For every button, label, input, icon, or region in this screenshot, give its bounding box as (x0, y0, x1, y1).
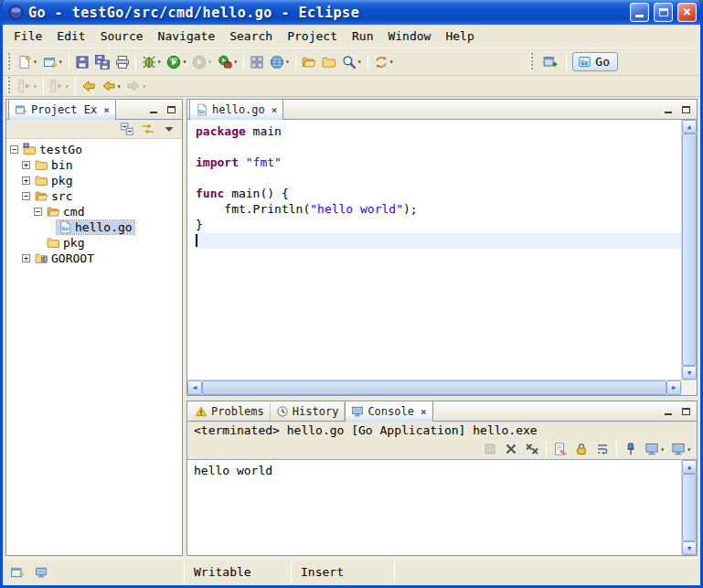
maximize-view-icon[interactable] (679, 104, 692, 115)
toolbar-drag-handle-icon[interactable] (7, 53, 10, 71)
scrollbar-thumb[interactable] (682, 134, 697, 366)
minimize-view-icon[interactable] (662, 104, 675, 115)
scroll-left-icon[interactable]: ◀ (187, 380, 202, 395)
console-trim-button[interactable] (31, 562, 51, 583)
code-line[interactable]: } (196, 218, 681, 233)
new-wizard-button[interactable]: ▾ (15, 52, 40, 72)
save-all-button[interactable] (92, 52, 112, 72)
scroll-down-icon[interactable]: ▼ (682, 541, 697, 555)
tab-hello-go[interactable]: hello.go × (189, 99, 283, 120)
save-button[interactable] (72, 52, 92, 72)
perspective-bar-handle-icon[interactable] (530, 53, 533, 71)
scroll-down-icon[interactable]: ▼ (682, 366, 697, 380)
editor-vertical-scrollbar[interactable]: ▲ ▼ (681, 120, 697, 380)
menu-run[interactable]: Run (345, 27, 380, 46)
minimize-button[interactable] (630, 3, 649, 22)
tree-item-body[interactable]: hello.go (57, 220, 134, 234)
tab-project-explorer[interactable]: Project Ex × (8, 99, 116, 120)
tree-item-src[interactable]: −src (6, 188, 182, 204)
close-button[interactable]: × (677, 3, 697, 22)
tree-item-pkg[interactable]: +pkg (6, 173, 182, 188)
word-wrap-button[interactable] (592, 439, 612, 459)
code-line[interactable] (196, 140, 681, 155)
maximize-view-icon[interactable] (679, 406, 692, 417)
collapse-icon[interactable]: − (10, 145, 18, 154)
minimize-view-icon[interactable] (147, 104, 160, 115)
open-resource-button[interactable] (319, 52, 339, 72)
remove-all-launches-button[interactable] (522, 439, 542, 459)
view-menu-button[interactable] (159, 119, 179, 139)
new-go-package-button[interactable] (247, 52, 267, 72)
scroll-up-icon[interactable]: ▲ (682, 120, 697, 134)
team-sync-button[interactable]: ▾ (371, 52, 397, 72)
console-vertical-scrollbar[interactable]: ▲ ▼ (681, 460, 697, 555)
code-area[interactable]: package mainimport "fmt"func main() { fm… (187, 120, 681, 380)
tree-item-body[interactable]: testGo (21, 143, 84, 156)
code-line-current[interactable] (196, 233, 681, 249)
menu-window[interactable]: Window (380, 27, 438, 46)
external-tools-button[interactable]: ▾ (215, 52, 240, 72)
title-bar[interactable]: Go - testGo/src/cmd/hello.go - Eclipse × (3, 0, 700, 25)
scroll-up-icon[interactable]: ▲ (682, 460, 697, 474)
menu-file[interactable]: File (6, 27, 49, 46)
expand-icon[interactable]: + (22, 161, 30, 169)
link-with-editor-button[interactable] (138, 119, 158, 139)
open-console-button[interactable]: ▾ (668, 439, 694, 459)
print-button[interactable] (112, 52, 133, 72)
tree-item-bin[interactable]: +bin (6, 157, 182, 173)
new-go-element-button[interactable]: ▾ (40, 52, 66, 72)
code-line[interactable]: import "fmt" (196, 155, 681, 171)
close-editor-icon[interactable]: × (272, 104, 278, 116)
code-line[interactable]: func main() { (196, 187, 681, 202)
collapse-icon[interactable]: − (34, 208, 42, 216)
tree-item-cmd[interactable]: −cmd (6, 204, 182, 219)
run-button[interactable]: ▾ (164, 52, 189, 72)
tree-item-hello-go[interactable]: hello.go (6, 219, 182, 235)
tree-item-body[interactable]: pkg (45, 236, 86, 250)
fast-view-button[interactable] (7, 562, 27, 583)
close-console-icon[interactable]: × (421, 406, 427, 418)
pin-console-button[interactable] (621, 439, 641, 459)
menu-search[interactable]: Search (222, 27, 280, 46)
console-output[interactable]: hello world (187, 460, 681, 555)
go-perspective-button[interactable]: Go (572, 52, 618, 71)
menu-source[interactable]: Source (93, 27, 151, 46)
scroll-right-icon[interactable]: ▶ (666, 380, 681, 395)
search-button[interactable]: ▾ (339, 52, 365, 72)
scroll-lock-button[interactable] (571, 439, 591, 459)
tree-item-goroot[interactable]: +GOROOT (6, 251, 182, 266)
tree-item-body[interactable]: pkg (33, 174, 74, 187)
tree-item-body[interactable]: src (33, 189, 74, 203)
collapse-all-button[interactable] (117, 119, 137, 139)
code-line[interactable]: fmt.Println("hello world"); (196, 202, 681, 218)
tab-problems[interactable]: Problems (189, 402, 271, 421)
menu-help[interactable]: Help (438, 27, 481, 46)
scrollbar-thumb[interactable] (202, 380, 666, 395)
tree-item-pkg[interactable]: pkg (6, 235, 182, 251)
display-selected-console-button[interactable]: ▾ (642, 439, 667, 459)
close-view-icon[interactable]: × (103, 104, 110, 116)
remove-launch-button[interactable] (501, 439, 521, 459)
collapse-icon[interactable]: − (22, 192, 30, 200)
clear-console-button[interactable] (550, 439, 570, 459)
menu-project[interactable]: Project (280, 27, 345, 46)
tree-item-body[interactable]: bin (33, 158, 74, 172)
scrollbar-thumb[interactable] (682, 474, 697, 541)
maximize-button[interactable] (654, 3, 673, 22)
tree-item-body[interactable]: cmd (45, 205, 86, 219)
maximize-view-icon[interactable] (165, 104, 177, 115)
open-browser-button[interactable]: ▾ (267, 52, 293, 72)
open-type-button[interactable] (299, 52, 319, 72)
tab-console[interactable]: Console× (345, 401, 432, 422)
tab-history[interactable]: History (271, 402, 346, 421)
code-line[interactable]: package main (196, 124, 681, 140)
tree-item-testgo[interactable]: −testGo (6, 142, 182, 157)
menu-edit[interactable]: Edit (49, 27, 92, 46)
open-perspective-button[interactable] (540, 52, 560, 72)
tree-item-body[interactable]: GOROOT (33, 251, 96, 265)
debug-button[interactable]: ▾ (139, 52, 165, 72)
expand-icon[interactable]: + (22, 254, 30, 262)
menu-navigate[interactable]: Navigate (151, 27, 223, 46)
code-line[interactable] (196, 171, 681, 187)
expand-icon[interactable]: + (22, 176, 30, 185)
